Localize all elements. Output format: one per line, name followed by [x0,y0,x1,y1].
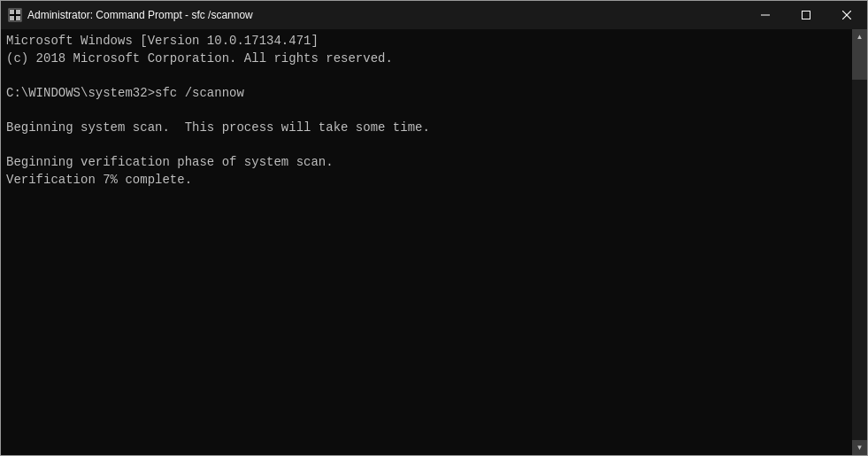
svg-rect-1 [10,10,14,14]
scrollbar-track[interactable] [852,44,867,440]
scroll-up-button[interactable]: ▲ [852,29,867,44]
window-icon [8,8,22,22]
maximize-button[interactable] [786,1,826,29]
scrollbar[interactable]: ▲ ▼ [852,29,867,455]
titlebar: Administrator: Command Prompt - sfc /sca… [1,1,867,29]
console-output[interactable]: Microsoft Windows [Version 10.0.17134.47… [1,29,852,455]
svg-rect-6 [803,12,810,19]
scrollbar-thumb[interactable] [852,44,867,80]
window-title: Administrator: Command Prompt - sfc /sca… [27,9,745,21]
svg-rect-4 [16,16,20,20]
svg-rect-2 [16,10,20,14]
svg-rect-5 [761,15,770,16]
minimize-button[interactable] [745,1,786,29]
svg-rect-3 [10,16,14,20]
titlebar-buttons [745,1,867,29]
close-button[interactable] [826,1,867,29]
cmd-window: Administrator: Command Prompt - sfc /sca… [0,0,868,456]
scroll-down-button[interactable]: ▼ [852,440,867,455]
console-body: Microsoft Windows [Version 10.0.17134.47… [1,29,867,455]
